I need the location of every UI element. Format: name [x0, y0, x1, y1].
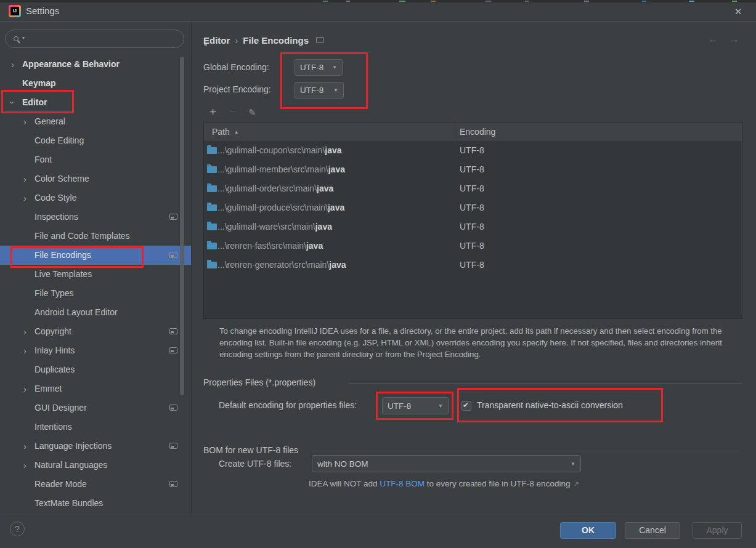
- sidebar-item-editor[interactable]: ›Editor: [0, 93, 191, 112]
- breadcrumb-separator-icon: ›: [235, 35, 238, 46]
- sidebar-item-live-templates[interactable]: Live Templates: [0, 265, 191, 284]
- create-utf8-files-combo[interactable]: with NO BOM ▼: [312, 455, 581, 472]
- utf8-bom-link[interactable]: UTF-8 BOM: [380, 479, 425, 488]
- encoding-description-text: To change encoding IntelliJ IDEA uses fo…: [219, 325, 740, 360]
- chevron-right-icon[interactable]: ›: [23, 456, 26, 475]
- table-row[interactable]: ...\gulimall-member\src\main\javaUTF-8: [204, 160, 742, 179]
- sidebar-item-emmet[interactable]: ›Emmet: [0, 379, 191, 398]
- chevron-right-icon[interactable]: ›: [23, 341, 26, 360]
- sidebar-item-code-editing[interactable]: Code Editing: [0, 131, 191, 150]
- table-row[interactable]: ...\gulimall-produce\src\main\javaUTF-8: [204, 198, 742, 217]
- sidebar-item-inspections[interactable]: Inspections: [0, 208, 191, 227]
- table-row[interactable]: ...\gulimall-ware\src\main\javaUTF-8: [204, 217, 742, 236]
- sidebar-item-reader-mode[interactable]: Reader Mode: [0, 475, 191, 494]
- sidebar-item-label: Android Layout Editor: [35, 303, 118, 322]
- sidebar-item-file-types[interactable]: File Types: [0, 284, 191, 303]
- global-encoding-value: UTF-8: [300, 63, 323, 72]
- table-row[interactable]: ...\renren-fast\src\main\javaUTF-8: [204, 236, 742, 256]
- sidebar-item-textmate-bundles[interactable]: TextMate Bundles: [0, 494, 191, 513]
- sidebar-scrollbar[interactable]: [180, 57, 184, 395]
- sidebar-item-language-injections[interactable]: ›Language Injections: [0, 437, 191, 456]
- table-row[interactable]: ...\gulimall-coupon\src\main\javaUTF-8: [204, 141, 742, 160]
- chevron-down-icon[interactable]: ›: [3, 101, 22, 104]
- screen-icon: [169, 328, 177, 334]
- global-encoding-combo[interactable]: UTF-8 ▼: [295, 59, 343, 76]
- sidebar-item-label: Reader Mode: [35, 475, 87, 494]
- ok-button[interactable]: OK: [560, 522, 616, 539]
- sidebar-item-font[interactable]: Font: [0, 150, 191, 169]
- chevron-right-icon[interactable]: ›: [23, 437, 26, 456]
- external-link-icon: ↗: [573, 480, 579, 488]
- sidebar-item-inlay-hints[interactable]: ›Inlay Hints: [0, 341, 191, 360]
- global-encoding-label: Global Encoding:: [203, 62, 269, 72]
- sidebar-item-general[interactable]: ›General: [0, 112, 191, 131]
- path-cell: ...\renren-generator\src\main\java: [217, 256, 346, 275]
- dropdown-arrow-icon: ▼: [571, 461, 575, 467]
- history-navigation: ←→: [707, 33, 749, 46]
- screen-icon: [169, 443, 177, 449]
- chevron-right-icon[interactable]: ›: [23, 169, 26, 188]
- breadcrumb-file-encodings[interactable]: File Encodings: [243, 35, 309, 46]
- close-icon[interactable]: ✕: [731, 4, 746, 19]
- intellij-logo-icon: [9, 5, 21, 17]
- default-properties-encoding-label: Default encoding for properties files:: [219, 400, 357, 410]
- sidebar-item-file-and-code-templates[interactable]: File and Code Templates: [0, 227, 191, 246]
- help-button[interactable]: ?: [10, 522, 25, 536]
- project-encoding-combo[interactable]: UTF-8 ▼: [295, 82, 344, 99]
- encoding-cell: UTF-8: [460, 236, 484, 256]
- table-row[interactable]: ...\gulimall-order\src\main\javaUTF-8: [204, 179, 742, 198]
- folder-icon: [207, 262, 217, 268]
- chevron-right-icon[interactable]: ›: [11, 55, 14, 74]
- search-input[interactable]: [30, 31, 177, 47]
- table-row[interactable]: ...\renren-generator\src\main\javaUTF-8: [204, 256, 742, 275]
- sidebar-item-file-encodings[interactable]: File Encodings: [0, 246, 191, 265]
- encoding-cell: UTF-8: [460, 179, 484, 198]
- sidebar-item-label: Duplicates: [35, 360, 75, 379]
- path-cell: ...\gulimall-member\src\main\java: [217, 160, 345, 179]
- sidebar-item-label: Code Editing: [35, 131, 84, 150]
- sidebar-item-android-layout-editor[interactable]: Android Layout Editor: [0, 303, 191, 322]
- sidebar-item-duplicates[interactable]: Duplicates: [0, 360, 191, 379]
- breadcrumb-editor[interactable]: Editor: [203, 35, 230, 46]
- sidebar-item-natural-languages[interactable]: ›Natural Languages: [0, 456, 191, 475]
- transparent-native-to-ascii-checkbox[interactable]: ✔: [461, 401, 471, 411]
- sidebar-item-intentions[interactable]: Intentions: [0, 417, 191, 437]
- sidebar-item-label: Color Scheme: [35, 169, 89, 188]
- properties-files-section-title: Properties Files (*.properties): [203, 377, 315, 387]
- chevron-right-icon[interactable]: ›: [23, 112, 26, 131]
- sidebar-item-copyright[interactable]: ›Copyright: [0, 322, 191, 341]
- section-rule: [349, 383, 742, 384]
- sidebar-item-keymap[interactable]: Keymap: [0, 74, 191, 93]
- cancel-button[interactable]: Cancel: [625, 522, 680, 539]
- encoding-cell: UTF-8: [460, 256, 484, 275]
- back-arrow-icon[interactable]: ←: [707, 33, 728, 45]
- sidebar-item-gui-designer[interactable]: GUI Designer: [0, 398, 191, 417]
- default-properties-encoding-combo[interactable]: UTF-8 ▼: [382, 397, 449, 414]
- chevron-right-icon[interactable]: ›: [23, 322, 26, 341]
- chevron-right-icon[interactable]: ›: [23, 188, 26, 208]
- project-encoding-value: UTF-8: [300, 86, 323, 95]
- sidebar-item-code-style[interactable]: ›Code Style: [0, 188, 191, 208]
- sidebar-item-label: Code Style: [35, 188, 76, 208]
- sidebar-item-appearance-behavior[interactable]: ›Appearance & Behavior: [0, 55, 191, 74]
- forward-arrow-icon[interactable]: →: [728, 33, 749, 45]
- sidebar-item-label: Copyright: [35, 322, 71, 341]
- project-encoding-label: Project Encoding:: [203, 84, 271, 94]
- dropdown-arrow-icon: ▼: [438, 403, 443, 409]
- remove-icon[interactable]: −: [229, 105, 236, 118]
- chevron-right-icon[interactable]: ›: [23, 379, 26, 398]
- path-column-header[interactable]: Path▲: [212, 123, 239, 142]
- checkmark-icon: ✔: [463, 401, 469, 409]
- section-rule: [311, 451, 742, 451]
- add-icon[interactable]: +: [209, 106, 216, 118]
- sidebar-item-label: File Encodings: [35, 246, 91, 265]
- search-options-caret-icon: ▾: [22, 35, 25, 41]
- sidebar-item-color-scheme[interactable]: ›Color Scheme: [0, 169, 191, 188]
- apply-button[interactable]: Apply: [693, 522, 742, 539]
- path-cell: ...\gulimall-ware\src\main\java: [217, 217, 332, 236]
- path-cell: ...\gulimall-order\src\main\java: [217, 179, 333, 198]
- edit-pencil-icon[interactable]: ✎: [248, 107, 256, 119]
- sidebar-item-label: Intentions: [35, 417, 72, 437]
- encoding-column-header[interactable]: Encoding: [460, 123, 495, 141]
- breadcrumb: Editor › File Encodings: [203, 34, 324, 46]
